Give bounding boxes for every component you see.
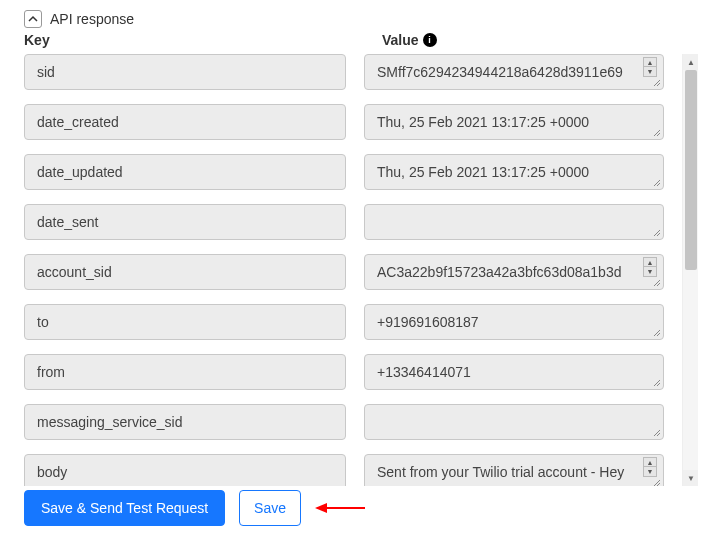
scroll-up-icon[interactable]: ▲ — [643, 257, 657, 267]
svg-line-4 — [654, 180, 660, 186]
scrollbar-thumb[interactable] — [685, 70, 697, 270]
resize-grip-icon[interactable] — [651, 477, 661, 486]
section-title: API response — [50, 11, 134, 27]
svg-line-17 — [657, 483, 660, 486]
value-field[interactable]: AC3a22b9f15723a42a3bfc63d08a1b3d▲▼ — [364, 254, 664, 290]
svg-line-7 — [657, 233, 660, 236]
column-header-key: Key — [24, 32, 364, 48]
scroll-up-icon[interactable]: ▲ — [643, 457, 657, 467]
resize-grip-icon[interactable] — [651, 177, 661, 187]
resize-grip-icon[interactable] — [651, 427, 661, 437]
svg-line-10 — [654, 330, 660, 336]
resize-grip-icon[interactable] — [651, 277, 661, 287]
textarea-scroll-buttons[interactable]: ▲▼ — [643, 257, 659, 277]
value-field[interactable]: Sent from your Twilio trial account - He… — [364, 454, 664, 486]
svg-line-0 — [654, 80, 660, 86]
table-row: from+13346414071 — [24, 354, 672, 390]
scroll-down-icon[interactable]: ▼ — [643, 467, 657, 477]
annotation-arrow-icon — [315, 500, 365, 516]
svg-line-13 — [657, 383, 660, 386]
scroll-down-arrow-icon[interactable]: ▼ — [683, 470, 698, 486]
key-field[interactable]: date_sent — [24, 204, 346, 240]
save-and-send-button[interactable]: Save & Send Test Request — [24, 490, 225, 526]
svg-line-5 — [657, 183, 660, 186]
svg-line-2 — [654, 130, 660, 136]
key-field[interactable]: date_created — [24, 104, 346, 140]
value-field[interactable]: +919691608187 — [364, 304, 664, 340]
response-fields-list: sidSMff7c6294234944218a6428d3911e69▲▼dat… — [24, 54, 672, 486]
resize-grip-icon[interactable] — [651, 377, 661, 387]
svg-line-12 — [654, 380, 660, 386]
key-field[interactable]: date_updated — [24, 154, 346, 190]
value-field[interactable] — [364, 204, 664, 240]
resize-grip-icon[interactable] — [651, 227, 661, 237]
save-button[interactable]: Save — [239, 490, 301, 526]
collapse-section-button[interactable] — [24, 10, 42, 28]
value-text: AC3a22b9f15723a42a3bfc63d08a1b3d — [377, 264, 621, 280]
scroll-down-icon[interactable]: ▼ — [643, 267, 657, 277]
value-text: +13346414071 — [377, 364, 471, 380]
key-field[interactable]: account_sid — [24, 254, 346, 290]
value-text: Sent from your Twilio trial account - He… — [377, 464, 624, 480]
chevron-up-icon — [28, 14, 38, 24]
value-text: Thu, 25 Feb 2021 13:17:25 +0000 — [377, 114, 589, 130]
value-field[interactable]: Thu, 25 Feb 2021 13:17:25 +0000 — [364, 104, 664, 140]
table-row: account_sidAC3a22b9f15723a42a3bfc63d08a1… — [24, 254, 672, 290]
svg-marker-19 — [315, 503, 327, 513]
svg-line-6 — [654, 230, 660, 236]
value-field[interactable] — [364, 404, 664, 440]
resize-grip-icon[interactable] — [651, 327, 661, 337]
scroll-down-icon[interactable]: ▼ — [643, 67, 657, 77]
value-text: +919691608187 — [377, 314, 479, 330]
value-field[interactable]: Thu, 25 Feb 2021 13:17:25 +0000 — [364, 154, 664, 190]
vertical-scrollbar[interactable]: ▲ ▼ — [682, 54, 698, 486]
scroll-up-arrow-icon[interactable]: ▲ — [683, 54, 698, 70]
key-field[interactable]: messaging_service_sid — [24, 404, 346, 440]
svg-line-15 — [657, 433, 660, 436]
key-field[interactable]: body — [24, 454, 346, 486]
info-icon[interactable]: i — [423, 33, 437, 47]
resize-grip-icon[interactable] — [651, 127, 661, 137]
key-field[interactable]: from — [24, 354, 346, 390]
value-text: SMff7c6294234944218a6428d3911e69 — [377, 64, 623, 80]
resize-grip-icon[interactable] — [651, 77, 661, 87]
table-row: date_sent — [24, 204, 672, 240]
key-field[interactable]: to — [24, 304, 346, 340]
table-row: date_updatedThu, 25 Feb 2021 13:17:25 +0… — [24, 154, 672, 190]
key-field[interactable]: sid — [24, 54, 346, 90]
svg-line-11 — [657, 333, 660, 336]
table-row: bodySent from your Twilio trial account … — [24, 454, 672, 486]
svg-line-9 — [657, 283, 660, 286]
textarea-scroll-buttons[interactable]: ▲▼ — [643, 457, 659, 477]
column-header-value: Value — [382, 32, 419, 48]
svg-line-14 — [654, 430, 660, 436]
svg-line-3 — [657, 133, 660, 136]
textarea-scroll-buttons[interactable]: ▲▼ — [643, 57, 659, 77]
table-row: sidSMff7c6294234944218a6428d3911e69▲▼ — [24, 54, 672, 90]
table-row: to+919691608187 — [24, 304, 672, 340]
value-field[interactable]: +13346414071 — [364, 354, 664, 390]
value-field[interactable]: SMff7c6294234944218a6428d3911e69▲▼ — [364, 54, 664, 90]
svg-line-8 — [654, 280, 660, 286]
scroll-up-icon[interactable]: ▲ — [643, 57, 657, 67]
value-text: Thu, 25 Feb 2021 13:17:25 +0000 — [377, 164, 589, 180]
svg-line-1 — [657, 83, 660, 86]
svg-line-16 — [654, 480, 660, 486]
table-row: date_createdThu, 25 Feb 2021 13:17:25 +0… — [24, 104, 672, 140]
table-row: messaging_service_sid — [24, 404, 672, 440]
